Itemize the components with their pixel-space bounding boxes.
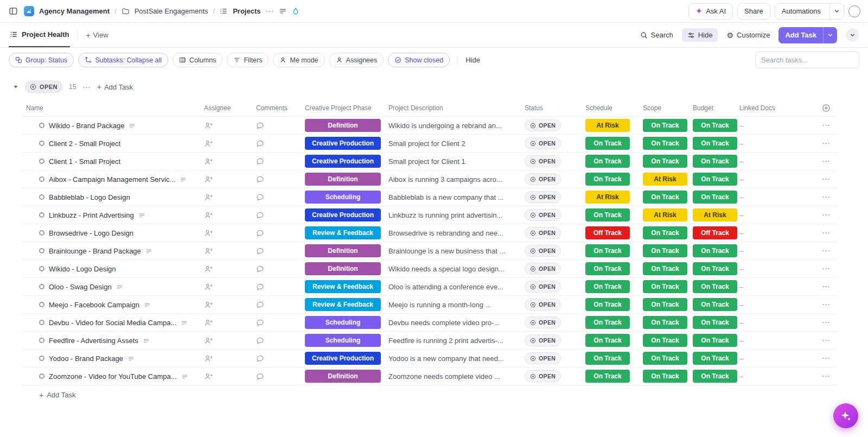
- add-assignee-icon[interactable]: [204, 122, 256, 130]
- budget-pill[interactable]: On Track: [693, 370, 737, 383]
- chevron-down-icon[interactable]: [829, 4, 844, 19]
- column-header-status[interactable]: Status: [525, 104, 585, 112]
- row-actions-icon[interactable]: ⋯: [822, 371, 831, 381]
- task-status-ring-icon[interactable]: [39, 176, 44, 182]
- status-pill[interactable]: OPEN: [525, 334, 561, 346]
- phase-pill[interactable]: Creative Production: [305, 137, 381, 150]
- task-name[interactable]: Wikido - Logo Design: [49, 265, 116, 273]
- table-row[interactable]: Client 1 - Small Project Creative Produc…: [22, 153, 838, 170]
- table-row[interactable]: Wikido - Brand Package Definition Wikido…: [22, 117, 838, 135]
- status-pill[interactable]: OPEN: [525, 227, 561, 239]
- phase-pill[interactable]: Definition: [305, 119, 381, 132]
- schedule-pill[interactable]: On Track: [585, 352, 630, 365]
- me-mode-pill[interactable]: Me mode: [273, 53, 324, 67]
- phase-pill[interactable]: Creative Production: [305, 155, 381, 168]
- status-pill[interactable]: OPEN: [525, 137, 561, 149]
- phase-pill[interactable]: Scheduling: [305, 191, 381, 204]
- schedule-pill[interactable]: On Track: [585, 316, 630, 329]
- task-description[interactable]: Browsedrive is rebranding and nee...: [388, 229, 503, 237]
- phase-pill[interactable]: Definition: [305, 173, 381, 186]
- schedule-pill[interactable]: Off Track: [585, 226, 630, 239]
- column-header-phase[interactable]: Creative Project Phase: [305, 104, 388, 112]
- status-pill[interactable]: OPEN: [525, 281, 561, 293]
- schedule-pill[interactable]: On Track: [585, 280, 630, 293]
- comment-icon[interactable]: [256, 319, 305, 327]
- status-pill[interactable]: OPEN: [525, 370, 561, 382]
- table-row[interactable]: Yodoo - Brand Package Creative Productio…: [22, 350, 838, 368]
- add-assignee-icon[interactable]: [204, 319, 256, 327]
- column-header-schedule[interactable]: Schedule: [585, 104, 643, 112]
- budget-pill[interactable]: On Track: [693, 334, 737, 347]
- row-actions-icon[interactable]: ⋯: [822, 300, 831, 309]
- budget-pill[interactable]: On Track: [693, 262, 737, 275]
- comment-icon[interactable]: [256, 265, 305, 273]
- task-name[interactable]: Browsedrive - Logo Design: [49, 229, 133, 237]
- phase-pill[interactable]: Review & Feedback: [305, 226, 381, 239]
- phase-pill[interactable]: Review & Feedback: [305, 280, 381, 293]
- task-description[interactable]: Babbleblab is a new company that ...: [388, 193, 503, 201]
- task-status-ring-icon[interactable]: [39, 194, 44, 200]
- assistant-circle-icon[interactable]: [848, 5, 860, 17]
- phase-pill[interactable]: Definition: [305, 262, 381, 275]
- status-pill[interactable]: OPEN: [525, 209, 561, 221]
- group-more-icon[interactable]: ⋯: [82, 83, 91, 91]
- column-header-description[interactable]: Project Description: [388, 104, 525, 112]
- budget-pill[interactable]: On Track: [693, 316, 737, 329]
- description-icon[interactable]: [279, 7, 287, 15]
- budget-pill[interactable]: On Track: [693, 352, 737, 365]
- add-assignee-icon[interactable]: [204, 337, 256, 345]
- breadcrumb-list[interactable]: Projects: [233, 7, 260, 15]
- schedule-pill[interactable]: At Risk: [585, 119, 630, 132]
- scope-pill[interactable]: On Track: [643, 226, 687, 239]
- phase-pill[interactable]: Creative Production: [305, 208, 381, 221]
- schedule-pill[interactable]: On Track: [585, 262, 630, 275]
- table-row[interactable]: Wikido - Logo Design Definition Wikido n…: [22, 260, 838, 278]
- table-row[interactable]: Brainlounge - Brand Package Definition B…: [22, 242, 838, 260]
- row-actions-icon[interactable]: ⋯: [822, 246, 831, 255]
- column-header-budget[interactable]: Budget: [693, 104, 739, 112]
- budget-pill[interactable]: On Track: [693, 298, 737, 311]
- ask-ai-button[interactable]: Ask AI: [688, 3, 733, 20]
- group-add-task-button[interactable]: + Add Task: [97, 83, 133, 91]
- customize-button[interactable]: ⚙ Customize: [726, 31, 770, 39]
- schedule-pill[interactable]: On Track: [585, 173, 630, 186]
- scope-pill[interactable]: On Track: [643, 352, 687, 365]
- schedule-pill[interactable]: On Track: [585, 334, 630, 347]
- task-name[interactable]: Client 2 - Small Project: [49, 140, 120, 148]
- scope-pill[interactable]: On Track: [643, 137, 687, 150]
- schedule-pill[interactable]: On Track: [585, 298, 630, 311]
- phase-pill[interactable]: Scheduling: [305, 316, 381, 329]
- budget-pill[interactable]: On Track: [693, 244, 737, 257]
- task-status-ring-icon[interactable]: [39, 338, 44, 343]
- sidebar-toggle-icon[interactable]: [8, 5, 19, 17]
- task-description[interactable]: Brainlounge is a new business that ...: [388, 247, 505, 255]
- task-name[interactable]: Linkbuzz - Print Advertising: [49, 211, 134, 219]
- task-description[interactable]: Wikido is undergoing a rebrand an...: [388, 122, 502, 130]
- hide-columns-button[interactable]: Hide: [465, 56, 480, 64]
- schedule-pill[interactable]: At Risk: [585, 191, 630, 204]
- row-actions-icon[interactable]: ⋯: [822, 210, 831, 219]
- budget-pill[interactable]: On Track: [693, 191, 737, 204]
- column-header-linked-docs[interactable]: Linked Docs: [739, 104, 783, 112]
- add-assignee-icon[interactable]: [204, 140, 256, 148]
- tab-project-health[interactable]: Project Health: [9, 23, 70, 47]
- comment-icon[interactable]: [256, 175, 305, 183]
- row-actions-icon[interactable]: ⋯: [822, 121, 831, 130]
- task-status-ring-icon[interactable]: [39, 356, 44, 361]
- hide-button[interactable]: Hide: [682, 28, 718, 42]
- scope-pill[interactable]: On Track: [643, 298, 687, 311]
- schedule-pill[interactable]: On Track: [585, 244, 630, 257]
- status-pill[interactable]: OPEN: [525, 263, 561, 275]
- comment-icon[interactable]: [256, 354, 305, 363]
- task-status-ring-icon[interactable]: [39, 284, 44, 289]
- breadcrumb-workspace[interactable]: Agency Management: [39, 7, 110, 15]
- add-view-button[interactable]: + View: [86, 23, 108, 47]
- group-status-badge[interactable]: OPEN: [24, 80, 63, 93]
- budget-pill[interactable]: At Risk: [693, 208, 737, 221]
- status-pill[interactable]: OPEN: [525, 173, 561, 185]
- comment-icon[interactable]: [256, 157, 305, 166]
- scope-pill[interactable]: On Track: [643, 191, 687, 204]
- scope-pill[interactable]: On Track: [643, 155, 687, 168]
- add-task-chevron-icon[interactable]: [823, 27, 837, 43]
- status-pill[interactable]: OPEN: [525, 299, 561, 311]
